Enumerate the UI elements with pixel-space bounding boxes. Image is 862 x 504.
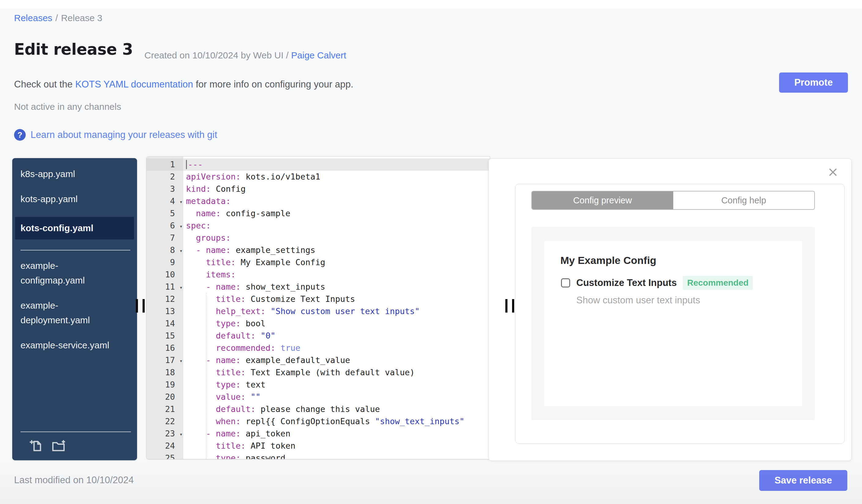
code-line-3[interactable]: 3kind: Config [146,183,490,195]
code-line-8[interactable]: 8▾ - name: example_settings [146,244,490,256]
code-line-12[interactable]: 12 title: Customize Text Inputs [146,293,490,305]
line-number: 25 [146,452,183,459]
line-number: 2 [146,171,183,183]
code-line-5[interactable]: 5 name: config-sample [146,207,490,220]
file-item-example-configmap.yaml[interactable]: example-configmap.yaml [21,258,115,288]
line-number: 5 [146,207,183,220]
line-number: 9 [146,256,183,268]
code-text: title: API token [183,440,296,452]
code-text: - name: api_token [183,427,290,440]
add-file-icon[interactable] [29,439,43,453]
code-text: value: "" [183,391,261,403]
git-releases-link[interactable]: Learn about managing your releases with … [30,129,217,141]
yaml-code-editor[interactable]: 1---2apiVersion: kots.io/v1beta13kind: C… [146,156,490,459]
left-resize-handle[interactable] [136,299,147,313]
file-item-kots-config.yaml[interactable]: kots-config.yaml [15,217,134,239]
line-number: 23▾ [146,427,183,440]
code-line-16[interactable]: 16 recommended: true [146,342,490,354]
code-line-13[interactable]: 13 help_text: "Show custom user text inp… [146,305,490,317]
code-text: name: config-sample [183,207,290,220]
code-text: default: please change this value [183,403,380,415]
code-line-18[interactable]: 18 title: Text Example (with default val… [146,367,490,379]
code-line-15[interactable]: 15 default: "0" [146,330,490,342]
line-number: 7 [146,232,183,244]
code-text: groups: [183,232,231,244]
line-number: 1 [146,158,183,171]
fold-arrow-icon[interactable]: ▾ [180,281,183,294]
fold-arrow-icon[interactable]: ▾ [180,355,183,367]
code-line-6[interactable]: 6▾spec: [146,220,490,232]
doc-suffix: for more info on configuring your app. [193,79,353,90]
line-number: 16 [146,342,183,354]
file-sidebar: k8s-app.yamlkots-app.yamlkots-config.yam… [12,158,137,460]
code-line-19[interactable]: 19 type: text [146,379,490,391]
line-number: 4▾ [146,195,183,207]
config-item-row: Customize Text Inputs Recommended [561,276,753,290]
code-line-9[interactable]: 9 title: My Example Config [146,256,490,268]
line-number: 17▾ [146,354,183,367]
created-text: Created on 10/10/2024 by Web UI / [144,50,291,60]
config-preview-panel: Config preview Config help My Example Co… [488,158,852,461]
tab-config-help[interactable]: Config help [673,191,814,209]
code-text: type: text [183,379,265,391]
line-number: 18 [146,367,183,379]
close-icon[interactable] [827,167,838,178]
channels-status: Not active in any channels [14,102,121,112]
line-number: 24 [146,440,183,452]
tab-config-preview[interactable]: Config preview [532,191,673,209]
code-line-25[interactable]: 25 type: password [146,452,490,459]
question-mark-icon[interactable]: ? [14,129,26,141]
code-text: recommended: true [183,342,300,354]
right-resize-handle[interactable] [505,299,517,313]
recommended-badge: Recommended [683,276,753,290]
code-rows: 1---2apiVersion: kots.io/v1beta13kind: C… [146,157,490,459]
code-text: title: My Example Config [183,256,325,268]
code-line-7[interactable]: 7 groups: [146,232,490,244]
help-row: ? Learn about managing your releases wit… [14,129,217,141]
file-list: k8s-app.yamlkots-app.yamlkots-config.yam… [21,167,131,363]
breadcrumb-releases-link[interactable]: Releases [14,13,52,23]
config-item-checkbox[interactable] [561,278,570,288]
code-text: kind: Config [183,183,246,195]
code-line-11[interactable]: 11▾ - name: show_text_inputs [146,281,490,293]
code-line-21[interactable]: 21 default: please change this value [146,403,490,415]
code-text: type: bool [183,317,265,330]
code-line-17[interactable]: 17▾ - name: example_default_value [146,354,490,367]
add-folder-icon[interactable] [51,439,67,453]
config-group-title: My Example Config [560,254,656,266]
doc-line: Check out the KOTS YAML documentation fo… [14,79,353,90]
code-line-23[interactable]: 23▾ - name: api_token [146,427,490,440]
code-text: items: [183,268,236,281]
fold-arrow-icon[interactable]: ▾ [180,196,183,208]
code-line-4[interactable]: 4▾metadata: [146,195,490,207]
code-line-22[interactable]: 22 when: repl{{ ConfigOptionEquals "show… [146,415,490,427]
code-text: when: repl{{ ConfigOptionEquals "show_te… [183,415,464,427]
file-item-k8s-app.yaml[interactable]: k8s-app.yaml [21,167,115,181]
code-text: title: Customize Text Inputs [183,293,355,305]
code-line-24[interactable]: 24 title: API token [146,440,490,452]
code-line-2[interactable]: 2apiVersion: kots.io/v1beta1 [146,171,490,183]
fold-arrow-icon[interactable]: ▾ [180,428,183,440]
file-item-example-service.yaml[interactable]: example-service.yaml [21,338,115,353]
code-line-14[interactable]: 14 type: bool [146,317,490,330]
config-item-label: Customize Text Inputs [576,277,677,288]
code-text: --- [183,158,203,171]
file-item-kots-app.yaml[interactable]: kots-app.yaml [21,192,115,207]
breadcrumb: Releases/Release 3 [14,13,103,23]
kots-yaml-doc-link[interactable]: KOTS YAML documentation [75,79,193,90]
code-line-1[interactable]: 1--- [146,158,490,171]
code-text: spec: [183,220,211,232]
line-number: 8▾ [146,244,183,256]
promote-button[interactable]: Promote [779,72,848,93]
last-modified-text: Last modified on 10/10/2024 [14,475,134,486]
fold-arrow-icon[interactable]: ▾ [180,245,183,257]
top-strip [0,0,862,9]
code-text: type: password [183,452,285,459]
fold-arrow-icon[interactable]: ▾ [180,220,183,233]
created-by-link[interactable]: Paige Calvert [291,50,346,60]
code-line-20[interactable]: 20 value: "" [146,391,490,403]
save-release-button[interactable]: Save release [759,470,847,491]
code-line-10[interactable]: 10 items: [146,268,490,281]
file-item-example-deployment.yaml[interactable]: example-deployment.yaml [21,298,115,328]
preview-card: Config preview Config help My Example Co… [515,184,845,444]
